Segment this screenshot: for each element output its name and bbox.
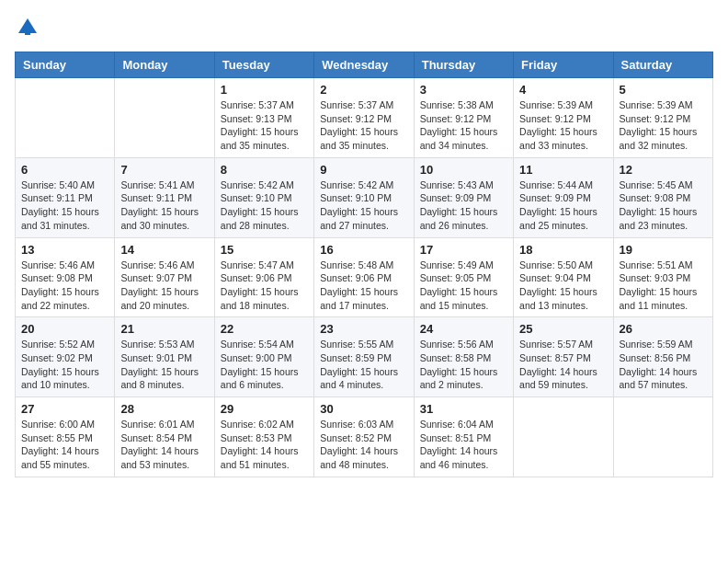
page-header <box>15 15 713 40</box>
calendar-week-row: 6Sunrise: 5:40 AM Sunset: 9:11 PM Daylig… <box>16 157 713 237</box>
day-number: 30 <box>320 402 407 416</box>
calendar-day-cell: 12Sunrise: 5:45 AM Sunset: 9:08 PM Dayli… <box>613 157 712 237</box>
calendar-day-cell: 19Sunrise: 5:51 AM Sunset: 9:03 PM Dayli… <box>613 237 712 317</box>
day-of-week-header: Thursday <box>414 52 513 78</box>
day-info: Sunrise: 5:45 AM Sunset: 9:08 PM Dayligh… <box>620 178 707 233</box>
calendar-day-cell: 7Sunrise: 5:41 AM Sunset: 9:11 PM Daylig… <box>115 157 214 237</box>
day-info: Sunrise: 5:42 AM Sunset: 9:10 PM Dayligh… <box>221 178 308 233</box>
calendar-day-cell: 26Sunrise: 5:59 AM Sunset: 8:56 PM Dayli… <box>613 317 712 397</box>
calendar-day-cell: 25Sunrise: 5:57 AM Sunset: 8:57 PM Dayli… <box>514 317 613 397</box>
day-info: Sunrise: 6:00 AM Sunset: 8:55 PM Dayligh… <box>21 418 108 472</box>
day-info: Sunrise: 5:46 AM Sunset: 9:07 PM Dayligh… <box>120 259 208 313</box>
calendar-day-cell: 13Sunrise: 5:46 AM Sunset: 9:08 PM Dayli… <box>16 237 115 317</box>
calendar-table: SundayMondayTuesdayWednesdayThursdayFrid… <box>15 52 713 477</box>
day-of-week-header: Saturday <box>613 52 712 78</box>
day-info: Sunrise: 6:03 AM Sunset: 8:52 PM Dayligh… <box>320 418 407 472</box>
day-number: 1 <box>221 83 308 97</box>
calendar-day-cell: 14Sunrise: 5:46 AM Sunset: 9:07 PM Dayli… <box>115 237 214 317</box>
day-number: 10 <box>420 163 507 177</box>
calendar-day-cell <box>613 397 712 477</box>
calendar-day-cell: 27Sunrise: 6:00 AM Sunset: 8:55 PM Dayli… <box>16 397 115 477</box>
day-number: 15 <box>221 243 308 257</box>
calendar-day-cell: 11Sunrise: 5:44 AM Sunset: 9:09 PM Dayli… <box>514 157 613 237</box>
day-info: Sunrise: 5:54 AM Sunset: 9:00 PM Dayligh… <box>221 338 308 392</box>
calendar-day-cell: 6Sunrise: 5:40 AM Sunset: 9:11 PM Daylig… <box>16 157 115 237</box>
logo-icon <box>15 15 40 40</box>
calendar-day-cell: 31Sunrise: 6:04 AM Sunset: 8:51 PM Dayli… <box>414 397 513 477</box>
logo <box>15 15 44 40</box>
day-number: 28 <box>120 402 208 416</box>
day-number: 26 <box>620 322 707 336</box>
calendar-day-cell: 5Sunrise: 5:39 AM Sunset: 9:12 PM Daylig… <box>613 78 712 158</box>
calendar-day-cell: 30Sunrise: 6:03 AM Sunset: 8:52 PM Dayli… <box>314 397 414 477</box>
day-info: Sunrise: 5:46 AM Sunset: 9:08 PM Dayligh… <box>21 259 108 313</box>
day-info: Sunrise: 5:37 AM Sunset: 9:13 PM Dayligh… <box>221 98 308 153</box>
day-info: Sunrise: 5:38 AM Sunset: 9:12 PM Dayligh… <box>420 98 507 153</box>
day-number: 14 <box>120 243 208 257</box>
day-info: Sunrise: 5:43 AM Sunset: 9:09 PM Dayligh… <box>420 178 507 233</box>
day-number: 16 <box>320 243 407 257</box>
calendar-day-cell: 2Sunrise: 5:37 AM Sunset: 9:12 PM Daylig… <box>314 78 414 158</box>
calendar-day-cell: 22Sunrise: 5:54 AM Sunset: 9:00 PM Dayli… <box>214 317 313 397</box>
day-number: 4 <box>519 83 607 97</box>
day-of-week-header: Wednesday <box>314 52 414 78</box>
day-info: Sunrise: 5:41 AM Sunset: 9:11 PM Dayligh… <box>120 178 208 233</box>
day-number: 25 <box>519 322 607 336</box>
day-info: Sunrise: 5:39 AM Sunset: 9:12 PM Dayligh… <box>620 98 707 153</box>
calendar-week-row: 1Sunrise: 5:37 AM Sunset: 9:13 PM Daylig… <box>16 78 713 158</box>
calendar-day-cell: 1Sunrise: 5:37 AM Sunset: 9:13 PM Daylig… <box>214 78 313 158</box>
calendar-day-cell: 3Sunrise: 5:38 AM Sunset: 9:12 PM Daylig… <box>414 78 513 158</box>
day-info: Sunrise: 5:47 AM Sunset: 9:06 PM Dayligh… <box>221 259 308 313</box>
day-number: 27 <box>21 402 108 416</box>
day-info: Sunrise: 5:53 AM Sunset: 9:01 PM Dayligh… <box>120 338 208 392</box>
calendar-day-cell: 10Sunrise: 5:43 AM Sunset: 9:09 PM Dayli… <box>414 157 513 237</box>
day-info: Sunrise: 5:42 AM Sunset: 9:10 PM Dayligh… <box>320 178 407 233</box>
day-info: Sunrise: 6:01 AM Sunset: 8:54 PM Dayligh… <box>120 418 208 472</box>
day-info: Sunrise: 5:39 AM Sunset: 9:12 PM Dayligh… <box>519 98 607 153</box>
day-number: 3 <box>420 83 507 97</box>
calendar-day-cell: 24Sunrise: 5:56 AM Sunset: 8:58 PM Dayli… <box>414 317 513 397</box>
day-number: 31 <box>420 402 507 416</box>
calendar-day-cell: 4Sunrise: 5:39 AM Sunset: 9:12 PM Daylig… <box>514 78 613 158</box>
day-info: Sunrise: 5:52 AM Sunset: 9:02 PM Dayligh… <box>21 338 108 392</box>
calendar-day-cell <box>115 78 214 158</box>
day-info: Sunrise: 5:50 AM Sunset: 9:04 PM Dayligh… <box>519 259 607 313</box>
calendar-day-cell: 17Sunrise: 5:49 AM Sunset: 9:05 PM Dayli… <box>414 237 513 317</box>
day-number: 18 <box>519 243 607 257</box>
calendar-day-cell: 15Sunrise: 5:47 AM Sunset: 9:06 PM Dayli… <box>214 237 313 317</box>
calendar-header-row: SundayMondayTuesdayWednesdayThursdayFrid… <box>16 52 713 78</box>
day-number: 12 <box>620 163 707 177</box>
day-number: 7 <box>120 163 208 177</box>
day-info: Sunrise: 5:55 AM Sunset: 8:59 PM Dayligh… <box>320 338 407 392</box>
calendar-day-cell <box>514 397 613 477</box>
calendar-day-cell: 29Sunrise: 6:02 AM Sunset: 8:53 PM Dayli… <box>214 397 313 477</box>
day-number: 21 <box>120 322 208 336</box>
day-number: 20 <box>21 322 108 336</box>
day-of-week-header: Monday <box>115 52 214 78</box>
day-of-week-header: Sunday <box>16 52 115 78</box>
day-info: Sunrise: 5:49 AM Sunset: 9:05 PM Dayligh… <box>420 259 507 313</box>
day-info: Sunrise: 6:02 AM Sunset: 8:53 PM Dayligh… <box>221 418 308 472</box>
day-info: Sunrise: 5:51 AM Sunset: 9:03 PM Dayligh… <box>620 259 707 313</box>
calendar-day-cell <box>16 78 115 158</box>
day-of-week-header: Friday <box>514 52 613 78</box>
day-number: 19 <box>620 243 707 257</box>
day-number: 5 <box>620 83 707 97</box>
day-info: Sunrise: 5:57 AM Sunset: 8:57 PM Dayligh… <box>519 338 607 392</box>
day-info: Sunrise: 6:04 AM Sunset: 8:51 PM Dayligh… <box>420 418 507 472</box>
calendar-day-cell: 16Sunrise: 5:48 AM Sunset: 9:06 PM Dayli… <box>314 237 414 317</box>
calendar-week-row: 13Sunrise: 5:46 AM Sunset: 9:08 PM Dayli… <box>16 237 713 317</box>
calendar-day-cell: 18Sunrise: 5:50 AM Sunset: 9:04 PM Dayli… <box>514 237 613 317</box>
calendar-week-row: 27Sunrise: 6:00 AM Sunset: 8:55 PM Dayli… <box>16 397 713 477</box>
day-info: Sunrise: 5:56 AM Sunset: 8:58 PM Dayligh… <box>420 338 507 392</box>
day-number: 8 <box>221 163 308 177</box>
day-number: 11 <box>519 163 607 177</box>
day-number: 24 <box>420 322 507 336</box>
calendar-day-cell: 8Sunrise: 5:42 AM Sunset: 9:10 PM Daylig… <box>214 157 313 237</box>
calendar-day-cell: 28Sunrise: 6:01 AM Sunset: 8:54 PM Dayli… <box>115 397 214 477</box>
day-number: 29 <box>221 402 308 416</box>
day-info: Sunrise: 5:59 AM Sunset: 8:56 PM Dayligh… <box>620 338 707 392</box>
day-of-week-header: Tuesday <box>214 52 313 78</box>
day-number: 2 <box>320 83 407 97</box>
day-number: 13 <box>21 243 108 257</box>
